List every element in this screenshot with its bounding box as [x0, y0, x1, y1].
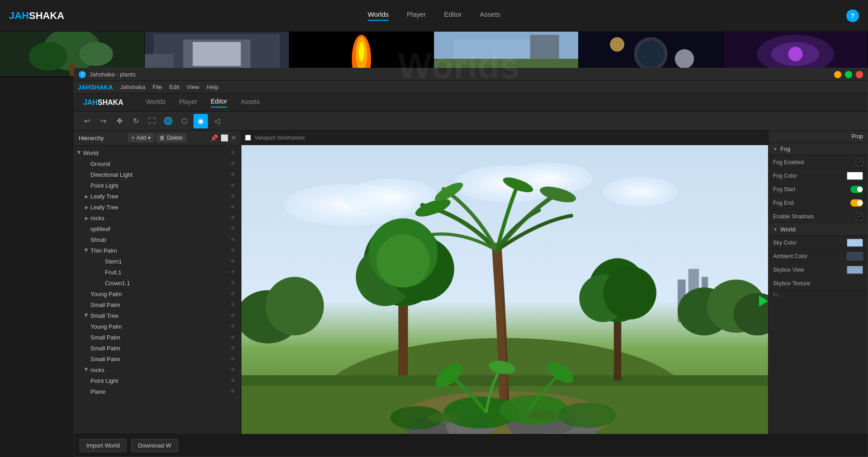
list-item[interactable]: Small Palm 👁 [74, 299, 241, 310]
inner-nav-assets[interactable]: Assets [241, 98, 259, 107]
list-item[interactable]: Shrub 👁 [74, 234, 241, 245]
pin-icon[interactable]: 📌 [210, 134, 218, 141]
enable-shadows-checkbox[interactable] [856, 213, 863, 220]
minimize-btn[interactable] [834, 71, 841, 78]
globe-btn[interactable]: 🌐 [161, 114, 175, 128]
visibility-icon[interactable]: 👁 [228, 376, 237, 385]
fog-section-header[interactable]: ▼ Fog [769, 143, 868, 155]
top-nav-assets[interactable]: Assets [480, 10, 500, 21]
visibility-icon[interactable]: 👁 [228, 235, 237, 244]
visibility-icon[interactable]: 👁 [228, 159, 237, 168]
import-world-button[interactable]: Import World [80, 439, 127, 452]
list-item[interactable]: Small Palm 👁 [74, 353, 241, 364]
inner-nav-worlds[interactable]: Worlds [146, 98, 165, 107]
visibility-icon[interactable]: 👁 [228, 278, 237, 287]
inner-nav-editor[interactable]: Editor [211, 98, 227, 108]
list-item[interactable]: Point Light 👁 [74, 375, 241, 386]
list-item[interactable]: Small Palm 👁 [74, 343, 241, 353]
list-item[interactable]: ▶ Leafy Tree 👁 [74, 191, 241, 202]
visibility-icon[interactable]: 👁 [228, 148, 237, 157]
hierarchy-close-icon[interactable]: ✕ [231, 134, 236, 141]
visibility-icon[interactable]: 👁 [228, 333, 237, 342]
help-button[interactable]: ? [846, 9, 859, 22]
visibility-icon[interactable]: 👁 [228, 246, 237, 255]
top-nav-worlds[interactable]: Worlds [368, 10, 388, 21]
visibility-icon[interactable]: 👁 [228, 170, 237, 179]
list-item[interactable]: Point Light 👁 [74, 180, 241, 191]
visibility-icon[interactable]: 👁 [228, 344, 237, 353]
list-item[interactable]: ▶ rocks 👁 [74, 212, 241, 223]
fog-end-toggle[interactable] [850, 199, 863, 207]
sky-color-label: Sky Color [773, 240, 847, 246]
fog-color-swatch[interactable] [847, 172, 863, 180]
skybox-view-swatch[interactable] [847, 266, 863, 274]
visibility-icon[interactable]: 👁 [228, 289, 237, 298]
download-world-button[interactable]: Download W [131, 439, 178, 452]
top-nav-player[interactable]: Player [407, 10, 426, 21]
visibility-icon[interactable]: 👁 [228, 268, 237, 277]
list-item[interactable]: Young Palm 👁 [74, 321, 241, 332]
wireframes-label: Viewport Wireframes [255, 135, 305, 141]
camera-btn[interactable]: ◉ [193, 114, 208, 128]
fog-end-label: Fog End [773, 200, 850, 206]
visibility-icon[interactable]: 👁 [228, 203, 237, 212]
back-btn[interactable]: ◁ [210, 114, 224, 128]
visibility-icon[interactable]: 👁 [228, 300, 237, 309]
cube-btn[interactable]: ⬡ [177, 114, 192, 128]
close-btn[interactable] [856, 71, 863, 78]
list-item[interactable]: Plane 👁 [74, 386, 241, 397]
list-item[interactable]: ▶ Small Tree 👁 [74, 310, 241, 321]
inner-nav-player[interactable]: Player [179, 98, 197, 107]
undo-btn[interactable]: ↩ [80, 114, 94, 128]
list-item[interactable]: ▶ Leafy Tree 👁 [74, 202, 241, 212]
visibility-icon[interactable]: 👁 [228, 213, 237, 222]
list-item[interactable]: Ground 👁 [74, 158, 241, 169]
top-nav-editor[interactable]: Editor [444, 10, 462, 21]
menu-view[interactable]: View [187, 84, 199, 90]
svg-point-32 [603, 177, 678, 207]
list-item[interactable]: ▶ World 👁 [74, 147, 241, 158]
menu-edit[interactable]: Edit [169, 84, 179, 90]
svg-rect-17 [530, 35, 559, 59]
list-item[interactable]: splitleaf 👁 [74, 223, 241, 234]
visibility-icon[interactable]: 👁 [228, 181, 237, 190]
move-btn[interactable]: ✥ [112, 114, 127, 128]
fog-start-toggle[interactable] [850, 186, 863, 193]
redo-btn[interactable]: ↪ [96, 114, 110, 128]
delete-button[interactable]: 🗑 Delete [156, 133, 186, 142]
visibility-icon[interactable]: 👁 [228, 192, 237, 201]
visibility-icon[interactable]: 👁 [228, 387, 237, 396]
window-controls [834, 71, 863, 78]
world-section-header[interactable]: ▼ World [769, 223, 868, 236]
ambient-color-swatch[interactable] [847, 252, 863, 260]
visibility-icon[interactable]: 👁 [228, 311, 237, 320]
viewport-scene[interactable] [241, 145, 768, 457]
svg-point-68 [558, 402, 616, 428]
menu-file[interactable]: File [152, 84, 162, 90]
list-item[interactable]: Directional Light 👁 [74, 169, 241, 180]
visibility-icon[interactable]: 👁 [228, 365, 237, 374]
window-icon[interactable]: ⬜ [221, 134, 228, 141]
visibility-icon[interactable]: 👁 [228, 257, 237, 266]
visibility-icon[interactable]: 👁 [228, 354, 237, 363]
sky-color-swatch[interactable] [847, 239, 863, 247]
menu-jahshaka[interactable]: Jahshaka [120, 84, 146, 90]
maximize-btn[interactable] [845, 71, 852, 78]
refresh-btn[interactable]: ↻ [128, 114, 143, 128]
fullscreen-btn[interactable]: ⛶ [145, 114, 159, 128]
visibility-icon[interactable]: 👁 [228, 224, 237, 233]
visibility-icon[interactable]: 👁 [228, 322, 237, 331]
list-item[interactable]: Small Palm 👁 [74, 332, 241, 343]
fog-enabled-checkbox[interactable] [856, 159, 863, 166]
list-item[interactable]: ▶ rocks 👁 [74, 364, 241, 375]
list-item[interactable]: Stem1 👁 [74, 256, 241, 267]
list-item[interactable]: ▶ Thin Palm 👁 [74, 245, 241, 256]
play-button[interactable] [759, 296, 768, 306]
wireframes-checkbox[interactable] [245, 135, 251, 141]
list-item[interactable]: Young Palm 👁 [74, 288, 241, 299]
expand-arrow: ▶ [83, 214, 90, 221]
add-button[interactable]: + Add ▾ [128, 133, 154, 142]
list-item[interactable]: Crown1.1 👁 [74, 278, 241, 288]
list-item[interactable]: Fruit.1 👁 [74, 267, 241, 278]
menu-help[interactable]: Help [207, 84, 219, 90]
